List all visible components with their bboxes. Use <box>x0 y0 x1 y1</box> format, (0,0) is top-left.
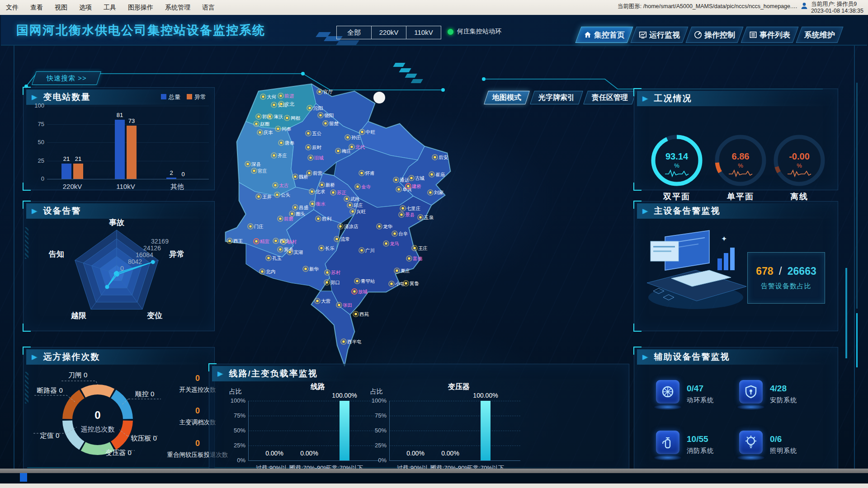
svg-text:富德: 富德 <box>413 256 423 261</box>
svg-text:龙华: 龙华 <box>383 224 393 229</box>
os-menu-bar: 文件查看视图选项工具图形操作系统管理语言 当前图形: /home/smart/A… <box>0 0 868 15</box>
aux-value: 4/28 <box>770 384 787 394</box>
svg-text:青罕站: 青罕站 <box>361 278 375 284</box>
load-bar-变压器-正常:70%以下 <box>481 401 491 460</box>
nav-tab-集控首页[interactable]: 集控首页 <box>578 27 630 43</box>
svg-text:滨湖: 滨湖 <box>293 249 303 255</box>
nav-tab-系统维护[interactable]: 系统维护 <box>799 27 840 43</box>
svg-text:古城: 古城 <box>415 175 425 181</box>
svg-text:怀甫: 怀甫 <box>365 170 375 176</box>
panel-title: 变电站数量 <box>43 91 91 103</box>
menu-item-选项[interactable]: 选项 <box>73 4 98 12</box>
svg-text:胜利: 胜利 <box>322 216 331 221</box>
aux-value: 0/6 <box>770 434 782 444</box>
user-block: 当前用户: 操作员9 2023-01-08 14:38:35 <box>811 1 863 14</box>
panel-substation-count: ▶ 变电站数量 总量异常 0255075100220kV2121110kV817… <box>23 87 215 190</box>
svg-text:深县: 深县 <box>251 161 261 167</box>
menu-items: 文件查看视图选项工具图形操作系统管理语言 <box>0 4 221 12</box>
quick-search-button[interactable]: 快速搜索 >> <box>32 71 101 85</box>
total-count: 26663 <box>788 265 816 277</box>
panel-device-alarm: ▶ 设备告警 事故异常变位越限告知08042160842412632169 <box>23 201 215 331</box>
gauge-label-单平面: 单平面 <box>712 191 769 202</box>
svg-text:清凉店: 清凉店 <box>344 224 359 229</box>
menu-item-工具[interactable]: 工具 <box>98 4 122 12</box>
device-alarm-radar-chart: 事故异常变位越限告知08042160842412632169 <box>24 218 214 331</box>
gauge-双平面: 93.14% <box>649 132 705 188</box>
svg-text:衡水: 衡水 <box>316 201 326 206</box>
map-button-光字牌索引[interactable]: 光字牌索引 <box>532 91 581 104</box>
panel-header: ▶ 工况情况 <box>637 91 835 106</box>
filter-220kV[interactable]: 220kV <box>372 26 406 39</box>
svg-text:唐奉: 唐奉 <box>285 140 295 145</box>
svg-text:王庄: 王庄 <box>418 245 428 251</box>
nav-tab-label: 集控首页 <box>594 30 625 40</box>
panel-arrow-icon: ▶ <box>642 353 648 361</box>
home-icon <box>584 31 592 39</box>
chart-legend: 总量异常 <box>161 93 206 101</box>
alarm-ratio-caption: 告警设备数占比 <box>761 282 811 291</box>
svg-text:苏村: 苏村 <box>331 270 341 275</box>
menu-item-图形操作[interactable]: 图形操作 <box>122 4 159 12</box>
os-taskbar[interactable] <box>0 469 868 473</box>
panel-arrow-icon: ▶ <box>642 94 648 103</box>
panel-aux-device-alarm: ▶ 辅助设备告警监视 0/47动环系统4/28安防系统10/55消防系统0/6照… <box>634 347 838 478</box>
menu-item-文件[interactable]: 文件 <box>0 4 24 12</box>
map-station-西苑[interactable]: 西苑 <box>353 311 369 317</box>
panel-remote-operations: ▶ 远方操作次数 0遥控总次数刀闸 0断路器 0顺控 0定值 0软压板 0变压器… <box>23 347 215 478</box>
taskbar-chip <box>20 473 27 482</box>
aux-label: 安防系统 <box>770 396 797 404</box>
svg-text:冀鲁: 冀鲁 <box>410 281 420 286</box>
svg-text:圈头: 圈头 <box>296 211 306 216</box>
aux-item-动环系统[interactable]: 0/47动环系统 <box>656 378 742 426</box>
svg-text:建桥: 建桥 <box>411 183 421 189</box>
fire-extinguisher-icon <box>656 431 679 454</box>
svg-text:文北: 文北 <box>285 101 295 107</box>
svg-text:前营: 前营 <box>313 170 323 176</box>
svg-text:北内: 北内 <box>265 269 275 274</box>
svg-text:断路器 0: 断路器 0 <box>37 386 63 394</box>
svg-text:93.14: 93.14 <box>665 151 689 161</box>
window-frame-left <box>14 15 14 472</box>
svg-text:8042: 8042 <box>128 258 142 265</box>
panel-title: 远方操作次数 <box>43 351 100 363</box>
map-button-责任区管理[interactable]: 责任区管理 <box>585 91 634 104</box>
gauge-离线: -0.00% <box>771 132 827 188</box>
panel-header: ▶ 变电站数量 总量异常 <box>26 89 212 105</box>
svg-text:✦: ✦ <box>721 235 727 243</box>
svg-text:刀闸 0: 刀闸 0 <box>68 371 88 379</box>
svg-text:变压器 0: 变压器 0 <box>105 449 132 456</box>
panel-arrow-icon: ▶ <box>642 207 648 215</box>
current-graphic-path: 当前图形: /home/smart/A5000_MAMS/data/pic/nc… <box>618 3 797 10</box>
aux-item-安防系统[interactable]: 4/28安防系统 <box>739 378 825 426</box>
status-green-dot <box>448 29 453 35</box>
map-button-地图模式[interactable]: 地图模式 <box>486 91 528 104</box>
filter-110kV[interactable]: 110kV <box>406 26 441 39</box>
menu-item-视图[interactable]: 视图 <box>49 4 73 12</box>
menu-item-语言[interactable]: 语言 <box>196 4 221 12</box>
gauge-label-双平面: 双平面 <box>649 191 705 202</box>
svg-text:后安: 后安 <box>439 155 448 160</box>
nav-tab-事件列表[interactable]: 事件列表 <box>744 27 796 43</box>
current-user: 当前用户: 操作员9 <box>811 1 857 7</box>
edge-decor <box>856 83 858 309</box>
svg-text:异常: 异常 <box>169 250 184 258</box>
map-station-冀鲁[interactable]: 冀鲁 <box>403 281 420 286</box>
current-datetime: 2023-01-08 14:38:35 <box>811 8 863 14</box>
svg-text:前进: 前进 <box>284 93 294 99</box>
panel-title: 设备告警 <box>43 205 81 217</box>
svg-text:郑口: 郑口 <box>330 280 340 285</box>
menu-item-查看[interactable]: 查看 <box>24 4 49 12</box>
svg-text:辰时: 辰时 <box>312 145 322 150</box>
svg-text:广川: 广川 <box>365 248 375 253</box>
svg-text:庆丰: 庆丰 <box>264 130 273 135</box>
filter-全部[interactable]: 全部 <box>336 26 372 39</box>
panel-arrow-icon: ▶ <box>32 353 37 361</box>
svg-text:留楚: 留楚 <box>329 121 339 126</box>
svg-text:官庄: 官庄 <box>258 168 267 174</box>
load-chart-变压器: 变压器占比0%25%50%75%100%过载:90%以上0.00%重载:70%-… <box>364 364 558 476</box>
nav-tab-操作控制[interactable]: 操作控制 <box>689 27 741 43</box>
svg-text:公头: 公头 <box>281 192 291 197</box>
svg-text:梅庄: 梅庄 <box>341 148 351 154</box>
menu-item-系统管理[interactable]: 系统管理 <box>159 4 196 12</box>
nav-tab-运行监视[interactable]: 运行监视 <box>633 27 685 43</box>
